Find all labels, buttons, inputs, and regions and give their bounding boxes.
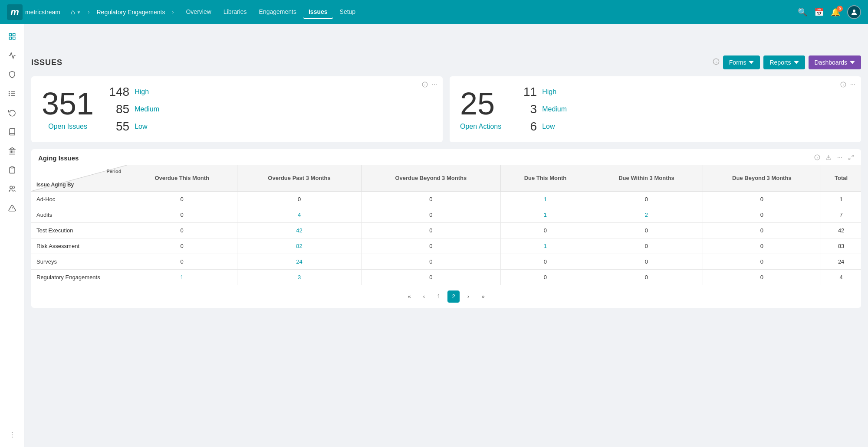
- svg-point-9: [9, 93, 10, 94]
- nav-issues[interactable]: Issues: [303, 6, 333, 19]
- open-actions-high-label: High: [542, 88, 556, 96]
- open-issues-medium: 85 Medium: [108, 102, 159, 116]
- cell-overdue-this: 0: [127, 254, 237, 269]
- breadcrumb-label[interactable]: Regulatory Engagements: [93, 6, 168, 18]
- home-chevron-icon: ▼: [77, 10, 81, 15]
- dashboards-button[interactable]: Dashboards: [809, 55, 861, 69]
- sidebar-icon-grid[interactable]: [3, 28, 21, 45]
- aging-download-icon[interactable]: [825, 154, 832, 162]
- cell-overdue-beyond: 0: [362, 238, 500, 254]
- open-actions-number-area: 25 Open Actions: [460, 88, 501, 131]
- home-icon: ⌂: [71, 8, 75, 16]
- open-issues-label: Open Issues: [42, 123, 94, 131]
- row-label: Ad-Hoc: [31, 191, 127, 207]
- sidebar-icon-bank[interactable]: [3, 142, 21, 160]
- page-info-icon[interactable]: [713, 58, 720, 67]
- svg-point-8: [9, 91, 10, 92]
- cell-due-beyond3: 0: [703, 207, 821, 222]
- sidebar-icon-shield[interactable]: [3, 66, 21, 83]
- sidebar-icon-clipboard[interactable]: [3, 161, 21, 179]
- svg-point-32: [436, 84, 437, 85]
- open-actions-high-count: 11: [515, 85, 537, 99]
- pagination-first[interactable]: «: [403, 290, 415, 303]
- open-actions-medium-label: Medium: [542, 105, 567, 113]
- th-due-within-3: Due Within 3 Months: [590, 165, 703, 191]
- table-row: Ad-Hoc0001001: [31, 191, 861, 207]
- aging-issues-table: Period Issue Aging By Overdue This Month…: [31, 165, 861, 285]
- cell-due-within3: 0: [590, 191, 703, 207]
- forms-button[interactable]: Forms: [723, 55, 760, 69]
- cell-due-this[interactable]: 1: [500, 238, 590, 254]
- aging-info-icon[interactable]: [814, 154, 820, 162]
- card-info-icon[interactable]: [422, 82, 428, 89]
- cell-overdue-past3[interactable]: 42: [237, 222, 361, 238]
- nav-home-button[interactable]: ⌂ ▼: [67, 6, 85, 19]
- svg-point-43: [838, 157, 838, 158]
- calendar-icon[interactable]: 📅: [814, 7, 824, 17]
- cell-due-within3[interactable]: 2: [590, 207, 703, 222]
- avatar[interactable]: [847, 5, 861, 19]
- stats-row: 351 Open Issues 148 High 85 Medium 55 Lo…: [31, 76, 861, 142]
- sidebar-icon-book[interactable]: [3, 123, 21, 140]
- cell-overdue-past3[interactable]: 3: [237, 269, 361, 285]
- pagination-page-2[interactable]: 2: [447, 290, 460, 303]
- search-icon[interactable]: 🔍: [798, 7, 807, 17]
- reports-button[interactable]: Reports: [763, 55, 805, 69]
- table-row: Regulatory Engagements1300004: [31, 269, 861, 285]
- actions-card-more-icon[interactable]: [850, 82, 856, 89]
- svg-line-46: [852, 155, 853, 157]
- open-actions-medium-count: 3: [515, 102, 537, 116]
- pagination-last[interactable]: »: [477, 290, 489, 303]
- cell-due-this[interactable]: 1: [500, 191, 590, 207]
- open-actions-card-menu: [840, 82, 856, 89]
- notifications-icon[interactable]: 🔔 9: [831, 7, 840, 17]
- sidebar-more-icon[interactable]: [3, 426, 21, 444]
- row-label: Regulatory Engagements: [31, 269, 127, 285]
- svg-point-23: [11, 437, 12, 437]
- breadcrumb-chevron-icon: ›: [88, 9, 89, 15]
- sidebar-icon-alert[interactable]: [3, 199, 21, 217]
- svg-rect-3: [9, 37, 11, 39]
- nav-chevron-icon: ›: [172, 9, 174, 15]
- svg-point-0: [853, 10, 855, 12]
- page-title: ISSUES: [31, 58, 62, 67]
- open-issues-number: 351: [42, 88, 94, 119]
- th-due-beyond-3: Due Beyond 3 Months: [703, 165, 821, 191]
- cell-due-within3: 0: [590, 238, 703, 254]
- svg-point-44: [839, 157, 840, 158]
- nav-engagements[interactable]: Engagements: [254, 6, 302, 19]
- aging-expand-icon[interactable]: [848, 154, 854, 162]
- cell-overdue-past3[interactable]: 4: [237, 207, 361, 222]
- logo-area[interactable]: m metricstream: [7, 4, 60, 20]
- cell-overdue-past3[interactable]: 82: [237, 238, 361, 254]
- page-header: ISSUES Forms Reports Dashboards: [31, 55, 861, 69]
- svg-point-22: [11, 434, 12, 435]
- pagination-page-1[interactable]: 1: [433, 290, 445, 303]
- svg-point-45: [841, 157, 842, 158]
- table-row: Risk Assessment082010083: [31, 238, 861, 254]
- table-row: Audits0401207: [31, 207, 861, 222]
- cell-overdue-this: 0: [127, 238, 237, 254]
- cell-due-this[interactable]: 1: [500, 207, 590, 222]
- sidebar-icon-users[interactable]: [3, 180, 21, 198]
- sidebar-icon-refresh[interactable]: [3, 104, 21, 121]
- cell-overdue-past3[interactable]: 24: [237, 254, 361, 269]
- open-issues-low-count: 55: [108, 120, 129, 134]
- nav-setup[interactable]: Setup: [335, 6, 361, 19]
- nav-right-icons: 🔍 📅 🔔 9: [798, 5, 861, 19]
- sidebar-icon-list[interactable]: [3, 85, 21, 102]
- actions-card-info-icon[interactable]: [840, 82, 846, 89]
- nav-libraries[interactable]: Libraries: [218, 6, 252, 19]
- th-overdue-this-month: Overdue This Month: [127, 165, 237, 191]
- card-more-icon[interactable]: [431, 82, 437, 89]
- pagination-prev[interactable]: ‹: [418, 290, 430, 303]
- th-period-label: Period: [106, 169, 121, 174]
- cell-overdue-this[interactable]: 1: [127, 269, 237, 285]
- aging-more-icon[interactable]: [837, 154, 843, 162]
- pagination-next[interactable]: ›: [462, 290, 474, 303]
- open-issues-high-label: High: [135, 88, 149, 96]
- nav-overview[interactable]: Overview: [181, 6, 216, 19]
- th-due-this-month: Due This Month: [500, 165, 590, 191]
- cell-overdue-beyond: 0: [362, 222, 500, 238]
- sidebar-icon-chart[interactable]: [3, 47, 21, 64]
